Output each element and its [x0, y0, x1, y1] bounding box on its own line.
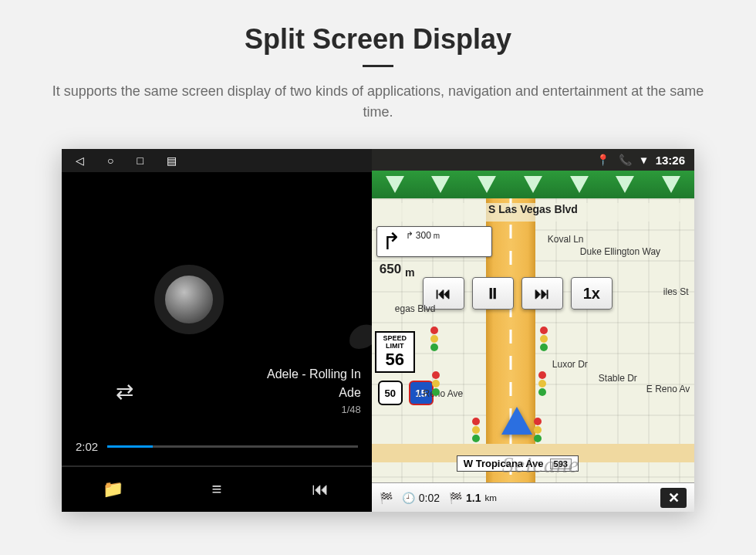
- track-title: Adele - Rolling In: [267, 365, 361, 384]
- lane-arrow-icon: [570, 176, 589, 193]
- music-pane: ◁ ○ □ ▤ ♪ ⇄ Adele - Rolling In Ade 1/48 …: [62, 149, 372, 512]
- playlist-button[interactable]: ≡: [165, 467, 268, 512]
- destination-flag-icon: 🏁: [380, 492, 393, 504]
- remaining-distance-unit: km: [485, 492, 498, 503]
- nav-statusbar: 📍 📞 ▾ 13:26: [372, 149, 694, 171]
- road-vertical: [486, 198, 535, 482]
- lane-arrow-icon: [662, 176, 680, 193]
- lane-arrow-icon: [616, 176, 634, 193]
- vehicle-position-icon: [501, 407, 532, 435]
- lane-arrow-icon: [386, 176, 404, 193]
- sim-speed-button[interactable]: 1x: [571, 277, 613, 310]
- poi-label: Koval Ln: [548, 234, 584, 245]
- route-shield: 50: [378, 381, 403, 405]
- android-statusbar: ◁ ○ □ ▤: [62, 149, 372, 172]
- traffic-light-icon: [538, 371, 548, 396]
- next-turn-unit: m: [434, 232, 440, 240]
- sim-controls: ⏮ ⏸ ⏭ 1x: [423, 277, 613, 310]
- poi-label: Stable Dr: [599, 373, 637, 384]
- back-icon[interactable]: ◁: [76, 154, 84, 167]
- lane-arrow-icon: [524, 176, 542, 193]
- files-button[interactable]: 📁: [62, 467, 165, 512]
- traffic-light-icon: [540, 327, 549, 351]
- page-title: Split Screen Display: [31, 23, 725, 56]
- turn-left-icon: ↰: [382, 230, 401, 253]
- turn-instruction-box: ↰ ↱ 300 m: [376, 226, 492, 257]
- close-button[interactable]: ✕: [660, 488, 687, 508]
- clock: 13:26: [656, 154, 685, 167]
- traffic-light-icon: [534, 418, 543, 442]
- device-frame: ◁ ○ □ ▤ ♪ ⇄ Adele - Rolling In Ade 1/48 …: [62, 149, 694, 512]
- nav-bottom-bar: 🏁 🕘 0:02 🏁 1.1 km ✕: [372, 482, 694, 512]
- remaining-distance: 1.1: [466, 492, 481, 504]
- phone-icon: 📞: [619, 154, 632, 166]
- recent-apps-icon[interactable]: □: [137, 154, 143, 167]
- main-turn-distance: 650 m: [380, 262, 415, 279]
- street-label-top: S Las Vegas Blvd: [372, 203, 694, 222]
- sim-elapsed-time: 0:02: [419, 492, 440, 504]
- destination-flag-icon: 🏁: [449, 492, 462, 504]
- poi-label: Luxor Dr: [552, 359, 588, 370]
- track-count: 1/48: [267, 402, 361, 418]
- speed-limit-label: SPEED LIMIT: [376, 335, 413, 350]
- sim-next-button[interactable]: ⏭: [521, 277, 563, 310]
- current-street-box: W Tropicana Ave 593: [457, 455, 579, 472]
- gallery-icon[interactable]: ▤: [167, 154, 177, 167]
- turn-right-small-icon: ↱: [406, 230, 413, 241]
- current-street-name: W Tropicana Ave: [464, 458, 544, 469]
- current-street-number: 593: [550, 459, 572, 469]
- home-icon[interactable]: ○: [107, 154, 113, 167]
- joystick-control[interactable]: [154, 265, 224, 334]
- lane-guidance-bar: [372, 171, 694, 198]
- progress-row: 2:02: [62, 440, 372, 465]
- poi-label: Duke Ellington Way: [580, 246, 660, 257]
- music-bottom-bar: 📁 ≡ ⏮: [62, 465, 372, 512]
- traffic-light-icon: [472, 418, 481, 442]
- clock-small-icon: 🕘: [402, 492, 415, 504]
- poi-label: E Reno Av: [646, 384, 690, 394]
- traffic-light-icon: [430, 327, 440, 351]
- previous-track-button[interactable]: ⏮: [268, 467, 372, 512]
- lane-arrow-icon: [431, 176, 450, 193]
- sim-pause-button[interactable]: ⏸: [472, 277, 514, 310]
- track-artist: Ade: [267, 384, 361, 402]
- page-subtitle: It supports the same screen display of t…: [39, 81, 717, 123]
- traffic-light-icon: [432, 371, 441, 396]
- next-turn-distance: 300: [416, 230, 431, 241]
- progress-bar[interactable]: [107, 445, 358, 448]
- title-underline: [363, 65, 393, 67]
- speed-limit-sign: SPEED LIMIT 56: [375, 331, 415, 373]
- track-meta: Adele - Rolling In Ade 1/48: [267, 365, 361, 418]
- poi-label: egas Blvd: [395, 303, 436, 314]
- navigation-pane: 📍 📞 ▾ 13:26 S Las Vegas Blvd ↰ ↱ 300 m: [372, 149, 694, 512]
- location-icon: 📍: [596, 154, 609, 166]
- speed-limit-value: 56: [376, 350, 413, 369]
- shuffle-icon[interactable]: ⇄: [116, 379, 133, 404]
- poi-label: iles St: [663, 286, 689, 297]
- lane-arrow-icon: [478, 176, 496, 193]
- wifi-icon: ▾: [641, 154, 646, 166]
- elapsed-time: 2:02: [76, 440, 98, 453]
- music-body: ♪ ⇄ Adele - Rolling In Ade 1/48: [62, 172, 372, 440]
